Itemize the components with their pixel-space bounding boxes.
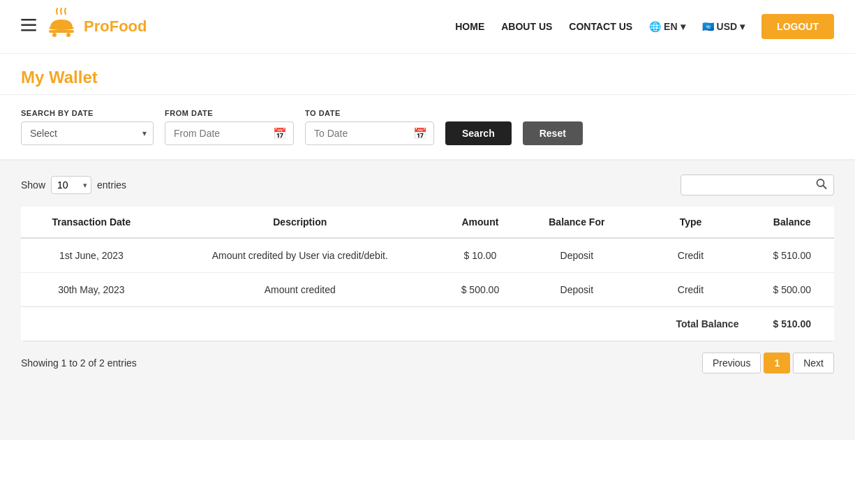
currency-selector[interactable]: 🇺🇳 USD ▾ bbox=[702, 21, 745, 32]
from-date-group: FROM DATE 📅 bbox=[165, 109, 294, 145]
to-date-label: TO DATE bbox=[305, 109, 434, 117]
showing-text: Showing 1 to 2 of 2 entries bbox=[21, 357, 137, 369]
page-title: My Wallet bbox=[21, 68, 834, 87]
to-date-group: TO DATE 📅 bbox=[305, 109, 434, 145]
row-balance: $ 500.00 bbox=[750, 273, 834, 307]
table-header-row: Transaction Date Description Amount Bala… bbox=[21, 207, 834, 238]
col-transaction-date: Transaction Date bbox=[21, 207, 162, 238]
search-by-date-label: SEARCH BY DATE bbox=[21, 109, 154, 117]
total-balance-row: Total Balance $ 510.00 bbox=[21, 307, 834, 341]
filter-row: SEARCH BY DATE Select Today This Week Th… bbox=[21, 109, 834, 145]
entries-select-wrapper: 10 25 50 100 ▾ bbox=[51, 176, 91, 194]
svg-rect-0 bbox=[21, 19, 36, 21]
row-date: 30th May, 2023 bbox=[21, 273, 162, 307]
svg-line-8 bbox=[824, 186, 826, 188]
next-button[interactable]: Next bbox=[793, 353, 834, 373]
currency-chevron: ▾ bbox=[740, 21, 745, 32]
total-balance-label: Total Balance bbox=[631, 307, 750, 341]
col-amount: Amount bbox=[438, 207, 523, 238]
entries-select[interactable]: 10 25 50 100 bbox=[51, 176, 91, 194]
main-nav: HOME ABOUT US CONTACT US 🌐 EN ▾ 🇺🇳 USD ▾… bbox=[455, 14, 834, 39]
nav-about[interactable]: ABOUT US bbox=[501, 21, 552, 32]
logo-icon bbox=[45, 7, 78, 46]
col-balance: Balance bbox=[750, 207, 834, 238]
svg-point-5 bbox=[52, 33, 57, 37]
logout-button[interactable]: LOGOUT bbox=[761, 14, 834, 39]
svg-rect-2 bbox=[21, 29, 36, 31]
col-balance-for: Balance For bbox=[522, 207, 631, 238]
site-header: ProFood HOME ABOUT US CONTACT US 🌐 EN ▾ … bbox=[0, 0, 855, 54]
total-balance-value: $ 510.00 bbox=[750, 307, 834, 341]
language-selector[interactable]: 🌐 EN ▾ bbox=[649, 21, 685, 32]
row-balance-for: Deposit bbox=[522, 238, 631, 273]
to-date-wrapper: 📅 bbox=[305, 121, 434, 145]
from-date-label: FROM DATE bbox=[165, 109, 294, 117]
table-section: Show 10 25 50 100 ▾ entries bbox=[0, 161, 855, 440]
search-button[interactable]: Search bbox=[445, 121, 512, 145]
col-description: Description bbox=[162, 207, 438, 238]
table-row: 30th May, 2023 Amount credited $ 500.00 … bbox=[21, 273, 834, 307]
filter-section: SEARCH BY DATE Select Today This Week Th… bbox=[0, 95, 855, 161]
nav-home[interactable]: HOME bbox=[455, 21, 484, 32]
row-description: Amount credited bbox=[162, 273, 438, 307]
currency-label: USD bbox=[717, 21, 738, 32]
header-left: ProFood bbox=[21, 7, 147, 46]
row-type: Credit bbox=[631, 238, 750, 273]
logo-text: ProFood bbox=[84, 17, 147, 36]
svg-point-6 bbox=[66, 33, 70, 37]
reset-button[interactable]: Reset bbox=[523, 121, 583, 145]
language-flag: 🌐 bbox=[649, 21, 661, 32]
table-search-icon bbox=[816, 179, 827, 192]
show-label: Show bbox=[21, 179, 45, 191]
transactions-table: Transaction Date Description Amount Bala… bbox=[21, 207, 834, 341]
row-balance: $ 510.00 bbox=[750, 238, 834, 273]
table-controls: Show 10 25 50 100 ▾ entries bbox=[21, 175, 834, 195]
to-date-calendar-icon[interactable]: 📅 bbox=[413, 127, 427, 140]
language-chevron: ▾ bbox=[681, 21, 685, 32]
from-date-wrapper: 📅 bbox=[165, 121, 294, 145]
page-1-button[interactable]: 1 bbox=[764, 353, 790, 373]
date-filter-select[interactable]: Select Today This Week This Month bbox=[21, 121, 154, 145]
search-by-date-group: SEARCH BY DATE Select Today This Week Th… bbox=[21, 109, 154, 145]
pagination-bar: Showing 1 to 2 of 2 entries Previous 1 N… bbox=[21, 341, 834, 373]
from-date-calendar-icon[interactable]: 📅 bbox=[273, 127, 287, 140]
row-amount: $ 10.00 bbox=[438, 238, 523, 273]
row-type: Credit bbox=[631, 273, 750, 307]
entries-label: entries bbox=[97, 179, 126, 191]
row-balance-for: Deposit bbox=[522, 273, 631, 307]
show-entries: Show 10 25 50 100 ▾ entries bbox=[21, 176, 126, 194]
table-search-input[interactable] bbox=[681, 175, 834, 195]
svg-rect-1 bbox=[21, 24, 36, 26]
row-amount: $ 500.00 bbox=[438, 273, 523, 307]
row-date: 1st June, 2023 bbox=[21, 238, 162, 273]
pagination-controls: Previous 1 Next bbox=[702, 353, 834, 373]
nav-contact[interactable]: CONTACT US bbox=[569, 21, 632, 32]
currency-flag: 🇺🇳 bbox=[702, 21, 714, 32]
page-title-bar: My Wallet bbox=[0, 54, 855, 95]
col-type: Type bbox=[631, 207, 750, 238]
logo: ProFood bbox=[45, 7, 147, 46]
hamburger-icon[interactable] bbox=[21, 19, 36, 35]
table-row: 1st June, 2023 Amount credited by User v… bbox=[21, 238, 834, 273]
language-label: EN bbox=[664, 21, 677, 32]
previous-button[interactable]: Previous bbox=[702, 353, 761, 373]
table-search-wrapper bbox=[681, 175, 834, 195]
select-wrapper: Select Today This Week This Month ▾ bbox=[21, 121, 154, 145]
row-description: Amount credited by User via credit/debit… bbox=[162, 238, 438, 273]
svg-rect-4 bbox=[49, 30, 74, 33]
